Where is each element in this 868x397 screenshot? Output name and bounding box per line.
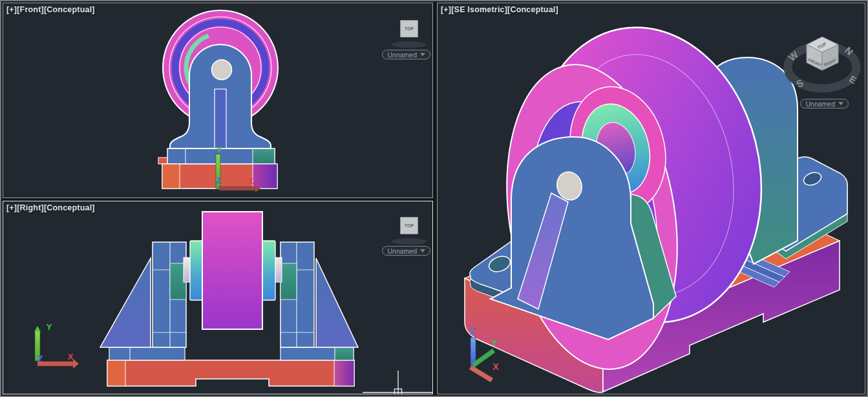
ucs-y-label: Y — [47, 322, 52, 332]
ucs-y-label: Y — [217, 145, 222, 154]
visual-style-menu[interactable]: [Conceptual] — [44, 5, 95, 14]
visual-style-menu[interactable]: [Conceptual] — [44, 203, 95, 212]
viewport-controls-menu[interactable]: [+] — [441, 5, 451, 14]
viewcube-collapsed[interactable]: TOP — [390, 20, 429, 48]
viewport-right[interactable]: [+][Right][Conceptual] — [3, 201, 433, 394]
visual-style-menu[interactable]: [Conceptual] — [507, 5, 558, 14]
ucs-y-label: Y — [491, 338, 498, 348]
ucs-x-label: X — [492, 361, 499, 372]
viewport-controls-menu[interactable]: [+] — [6, 203, 17, 212]
viewport-label: [+][Right][Conceptual] — [6, 203, 95, 212]
bracket-slot — [215, 89, 226, 148]
viewport-front[interactable]: [+][Front][Conceptual] — [3, 3, 433, 198]
drawing-area-right[interactable]: Y Z X — [3, 201, 432, 394]
crosshair-cursor — [363, 371, 432, 394]
view-menu[interactable]: [Right] — [17, 203, 44, 212]
ucs-z-label: Z — [216, 176, 221, 185]
viewport-label: [+][SE Isometric][Conceptual] — [441, 5, 558, 14]
ucs-z-label: Z — [469, 325, 475, 336]
named-view-dropdown[interactable]: Unnamed — [382, 246, 430, 256]
named-view-label: Unnamed — [387, 51, 417, 59]
view-menu[interactable]: [Front] — [17, 5, 44, 14]
wheel-side-view[interactable] — [202, 212, 262, 329]
named-view-dropdown[interactable]: Unnamed — [800, 99, 849, 108]
dropdown-caret-icon — [838, 102, 843, 105]
named-view-label: Unnamed — [805, 100, 835, 108]
dropdown-caret-icon — [420, 53, 425, 56]
drawing-area-iso[interactable]: W N S E TOP FRONT RIGHT Z Y — [438, 3, 865, 394]
shaft-hole — [212, 60, 232, 80]
viewport-workspace: [+][Front][Conceptual] — [1, 1, 867, 396]
ucs-x-label: X — [68, 352, 74, 361]
autocad-model-space: [+][Front][Conceptual] — [0, 0, 868, 397]
viewcube-top-face[interactable]: TOP — [400, 20, 418, 37]
drawing-area-front[interactable]: Y Z X — [3, 3, 432, 198]
viewcube-compass-ring[interactable] — [392, 41, 427, 48]
ucs-icon[interactable]: Y Z X — [34, 322, 79, 369]
ucs-x-label: X — [248, 177, 253, 186]
viewcube-compass-ring[interactable] — [392, 238, 427, 245]
viewport-controls-menu[interactable]: [+] — [6, 5, 17, 14]
viewcube-top-face[interactable]: TOP — [400, 217, 418, 234]
named-view-dropdown[interactable]: Unnamed — [382, 50, 430, 59]
bracket-feet[interactable] — [109, 347, 354, 360]
dropdown-caret-icon — [420, 249, 425, 252]
base-right-view[interactable] — [107, 360, 354, 386]
view-menu[interactable]: [SE Isometric] — [451, 5, 507, 14]
viewcube[interactable]: W N S E TOP FRONT RIGHT — [787, 37, 859, 90]
viewcube-collapsed[interactable]: TOP — [390, 217, 429, 245]
named-view-label: Unnamed — [387, 247, 417, 255]
viewport-label: [+][Front][Conceptual] — [6, 5, 95, 14]
viewport-iso[interactable]: [+][SE Isometric][Conceptual] — [437, 3, 865, 394]
